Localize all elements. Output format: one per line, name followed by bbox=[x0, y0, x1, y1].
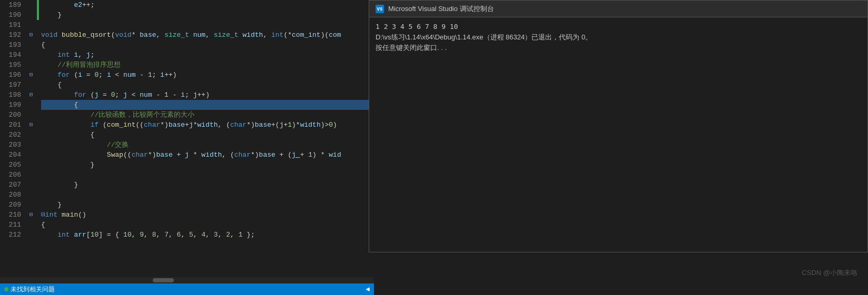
gutter-204 bbox=[25, 150, 37, 160]
gutter-210-fold[interactable]: ⊟ bbox=[25, 210, 37, 220]
line-num-197: 197 bbox=[0, 80, 21, 90]
line-num-212: 212 bbox=[0, 230, 21, 240]
console-line-3: 按任意键关闭此窗口. . . bbox=[376, 43, 861, 53]
code-line-205: } bbox=[41, 160, 374, 170]
gutter-202 bbox=[25, 130, 37, 140]
gutter-197 bbox=[25, 80, 37, 90]
watermark-area: CSDN @小陶来咯 bbox=[374, 262, 868, 283]
line-num-198: 198 bbox=[0, 90, 21, 100]
code-line-209: } bbox=[41, 200, 374, 210]
gutter-201-fold[interactable]: ⊟ bbox=[25, 120, 37, 130]
status-item-issues: 未找到相关问题 bbox=[4, 285, 55, 294]
code-line-204: Swap((char*)base + j * width, (char*)bas… bbox=[41, 150, 374, 160]
code-line-211: { bbox=[41, 220, 374, 230]
watermark-text: CSDN @小陶来咯 bbox=[802, 268, 857, 278]
code-line-189: e2++; bbox=[41, 0, 374, 10]
gutter-212 bbox=[25, 230, 37, 240]
vs-icon-text: vs bbox=[377, 6, 382, 12]
code-line-212: int arr[10] = { 10, 9, 8, 7, 6, 5, 4, 3,… bbox=[41, 230, 374, 240]
line-num-204: 204 bbox=[0, 150, 21, 160]
line-num-191: 191 bbox=[0, 20, 21, 30]
code-line-193: { bbox=[41, 40, 374, 50]
line-num-196: 196 bbox=[0, 70, 21, 80]
code-line-195: //利用冒泡排序思想 bbox=[41, 60, 374, 70]
console-content: 1 2 3 4 5 6 7 8 9 10 D:\vs练习\1.14\x64\De… bbox=[369, 17, 867, 252]
code-line-196: for (i = 0; i < num - 1; i++) bbox=[41, 70, 374, 80]
code-line-210: ⊟int main() bbox=[41, 210, 374, 220]
line-num-203: 203 bbox=[0, 140, 21, 150]
gutter-190 bbox=[25, 10, 37, 20]
line-num-201: 201 bbox=[0, 120, 21, 130]
gutter-195 bbox=[25, 60, 37, 70]
gutter-192-fold[interactable]: ⊟ bbox=[25, 30, 37, 40]
code-line-203: //交换 bbox=[41, 140, 374, 150]
gutter-196-fold[interactable]: ⊟ bbox=[25, 70, 37, 80]
line-num-205: 205 bbox=[0, 160, 21, 170]
gutter-206 bbox=[25, 170, 37, 180]
horizontal-scrollbar[interactable] bbox=[0, 277, 374, 283]
line-num-202: 202 bbox=[0, 130, 21, 140]
line-num-208: 208 bbox=[0, 190, 21, 200]
gutter-200 bbox=[25, 110, 37, 120]
console-line-1: 1 2 3 4 5 6 7 8 9 10 bbox=[376, 22, 861, 32]
code-line-207: } bbox=[41, 180, 374, 190]
line-num-195: 195 bbox=[0, 60, 21, 70]
gutter-194 bbox=[25, 50, 37, 60]
code-line-191 bbox=[41, 20, 374, 30]
gutter-191 bbox=[25, 20, 37, 30]
status-no-issues: 未找到相关问题 bbox=[11, 285, 55, 294]
code-line-198: for (j = 0; j < num - 1 - i; j++) bbox=[41, 90, 374, 100]
gutter-199 bbox=[25, 100, 37, 110]
scroll-arrow-icon[interactable]: ◄ bbox=[366, 286, 370, 293]
line-numbers: 189 190 191 192 193 194 195 196 197 198 … bbox=[0, 0, 25, 277]
code-line-201: if (com_int((char*)base+j*width, (char*)… bbox=[41, 120, 374, 130]
code-line-197: { bbox=[41, 80, 374, 90]
gutter-198-fold[interactable]: ⊟ bbox=[25, 90, 37, 100]
line-num-209: 209 bbox=[0, 200, 21, 210]
console-titlebar: vs Microsoft Visual Studio 调试控制台 bbox=[369, 1, 867, 17]
gutter-207 bbox=[25, 180, 37, 190]
gutter: ⊟ ⊟ ⊟ ⊟ ⊟ bbox=[25, 0, 37, 277]
console-title: Microsoft Visual Studio 调试控制台 bbox=[388, 4, 494, 14]
code-editor: 189 190 191 192 193 194 195 196 197 198 … bbox=[0, 0, 374, 295]
main-container: 189 190 191 192 193 194 195 196 197 198 … bbox=[0, 0, 868, 295]
gutter-211 bbox=[25, 220, 37, 230]
code-line-190: } bbox=[41, 10, 374, 20]
line-num-206: 206 bbox=[0, 170, 21, 180]
line-num-189: 189 bbox=[0, 0, 21, 10]
line-num-210: 210 bbox=[0, 210, 21, 220]
gutter-208 bbox=[25, 190, 37, 200]
code-line-194: int i, j; bbox=[41, 50, 374, 60]
gutter-203 bbox=[25, 140, 37, 150]
code-line-192: void bubble_qsort(void* base, size_t num… bbox=[41, 30, 374, 40]
line-num-190: 190 bbox=[0, 10, 21, 20]
gutter-189 bbox=[25, 0, 37, 10]
code-lines: e2++; } void bubble_qsort(void* base, si… bbox=[39, 0, 374, 277]
console-line-2: D:\vs练习\1.14\x64\Debug\1.14.exe（进程 86324… bbox=[376, 32, 861, 43]
code-line-200: //比较函数，比较两个元素的大小 bbox=[41, 110, 374, 120]
line-num-200: 200 bbox=[0, 110, 21, 120]
debug-console: vs Microsoft Visual Studio 调试控制台 1 2 3 4… bbox=[369, 0, 868, 252]
scroll-thumb[interactable] bbox=[153, 278, 174, 282]
line-num-193: 193 bbox=[0, 40, 21, 50]
line-num-207: 207 bbox=[0, 180, 21, 190]
line-num-211: 211 bbox=[0, 220, 21, 230]
code-line-208 bbox=[41, 190, 374, 200]
line-num-194: 194 bbox=[0, 50, 21, 60]
gutter-205 bbox=[25, 160, 37, 170]
code-area: 189 190 191 192 193 194 195 196 197 198 … bbox=[0, 0, 374, 277]
code-line-199: { bbox=[41, 100, 374, 110]
code-line-202: { bbox=[41, 130, 374, 140]
code-line-206 bbox=[41, 170, 374, 180]
gutter-209 bbox=[25, 200, 37, 210]
line-num-199: 199 bbox=[0, 100, 21, 110]
status-dot-green bbox=[4, 287, 8, 291]
vs-icon: vs bbox=[376, 5, 384, 13]
gutter-193 bbox=[25, 40, 37, 50]
status-bar: 未找到相关问题 ◄ bbox=[0, 283, 374, 295]
line-num-192: 192 bbox=[0, 30, 21, 40]
